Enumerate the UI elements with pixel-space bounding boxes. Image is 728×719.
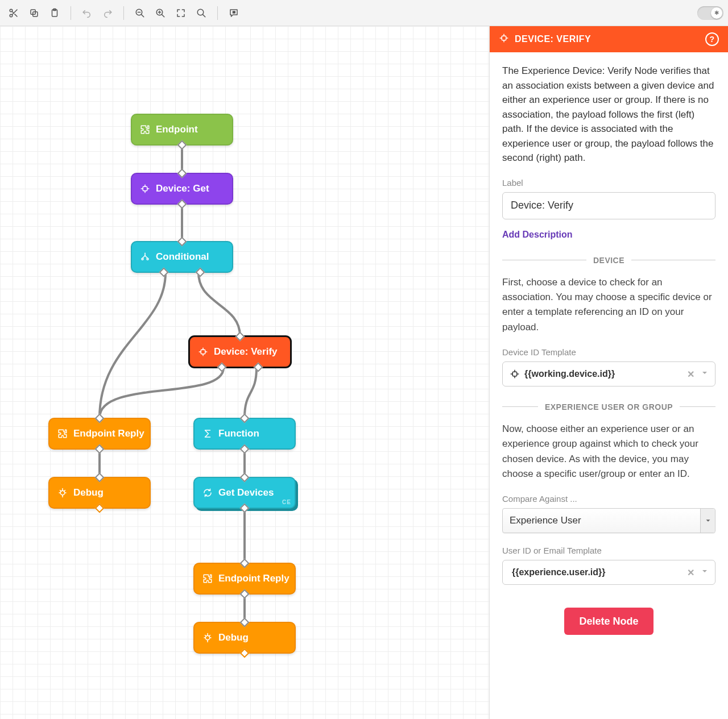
input-port[interactable] [240, 559, 250, 568]
output-port-false[interactable] [159, 268, 169, 277]
node-label: Function [218, 428, 259, 439]
panel-header: DEVICE: VERIFY ? [490, 26, 728, 52]
compare-against-value: Experience User [510, 515, 581, 526]
divider-line [631, 260, 715, 260]
help-button[interactable]: ? [705, 32, 719, 46]
cut-icon [9, 8, 19, 18]
refresh-icon [202, 488, 213, 498]
fit-button[interactable] [172, 4, 190, 22]
user-id-input[interactable]: {{experience.user.id}} ✕ [502, 560, 715, 585]
svg-rect-18 [233, 11, 234, 13]
compare-against-label: Compare Against ... [502, 494, 715, 504]
puzzle-icon [140, 124, 150, 135]
input-port[interactable] [240, 618, 250, 627]
delete-node-button[interactable]: Delete Node [564, 608, 653, 635]
redo-icon [102, 8, 113, 18]
cut-button[interactable] [5, 4, 23, 22]
flow-canvas[interactable]: Endpoint Device: Get Conditional Device:… [0, 26, 489, 719]
comment-icon [229, 8, 239, 18]
label-field-label: Label [502, 178, 715, 188]
delete-wrap: Delete Node [502, 608, 715, 635]
compare-against-select[interactable]: Experience User [502, 508, 715, 533]
output-port[interactable] [240, 589, 250, 599]
node-label: Endpoint Reply [73, 428, 144, 439]
node-function[interactable]: Function [193, 418, 296, 450]
user-id-value: {{experience.user.id}} [510, 567, 606, 577]
svg-rect-19 [234, 11, 235, 13]
svg-line-4 [12, 11, 14, 13]
svg-line-17 [202, 14, 205, 17]
copy-button[interactable] [25, 4, 43, 22]
undo-button[interactable] [78, 4, 96, 22]
svg-rect-27 [201, 350, 205, 354]
clear-icon[interactable]: ✕ [687, 567, 694, 578]
section-title: EXPERIENCE USER OR GROUP [545, 402, 673, 412]
comment-button[interactable] [225, 4, 243, 22]
clear-icon[interactable]: ✕ [687, 368, 694, 379]
expand-icon [176, 8, 186, 18]
debug-toggle[interactable]: ✱ [697, 6, 723, 20]
toolbar-separator [217, 6, 218, 20]
node-label: Endpoint [156, 124, 198, 135]
node-device-verify[interactable]: Device: Verify [189, 336, 291, 368]
node-label: Endpoint Reply [218, 573, 289, 584]
output-port-false[interactable] [217, 363, 227, 372]
input-port[interactable] [95, 414, 105, 423]
divider-line [502, 260, 586, 260]
svg-line-44 [205, 635, 206, 637]
zoom-in-button[interactable] [151, 4, 169, 22]
output-port[interactable] [240, 504, 250, 513]
node-endpoint-reply-1[interactable]: Endpoint Reply [48, 418, 151, 450]
node-label: Conditional [156, 251, 209, 263]
chip-icon [499, 33, 509, 45]
zoom-out-button[interactable] [131, 4, 149, 22]
output-port[interactable] [240, 649, 250, 658]
output-port[interactable] [177, 200, 187, 209]
divider-line [680, 406, 715, 407]
output-port[interactable] [95, 444, 105, 454]
panel-title: DEVICE: VERIFY [515, 34, 591, 44]
canvas-wrap: Endpoint Device: Get Conditional Device:… [0, 26, 489, 719]
output-port[interactable] [177, 140, 187, 150]
input-port[interactable] [240, 414, 250, 423]
chevron-down-icon[interactable] [700, 368, 709, 380]
device-id-input[interactable]: {{working.device.id}} ✕ [502, 361, 715, 386]
svg-point-26 [147, 258, 148, 260]
paste-icon [49, 8, 60, 18]
node-debug-1[interactable]: Debug [48, 477, 151, 509]
zoom-reset-button[interactable] [192, 4, 210, 22]
undo-icon [82, 8, 92, 18]
paste-button[interactable] [46, 4, 64, 22]
section-divider-device: DEVICE [502, 256, 715, 265]
input-port[interactable] [95, 473, 105, 483]
node-endpoint-reply-2[interactable]: Endpoint Reply [193, 563, 296, 595]
toolbar-separator [123, 6, 124, 20]
input-port[interactable] [177, 237, 187, 247]
output-port-true[interactable] [253, 363, 263, 372]
node-conditional[interactable]: Conditional [131, 241, 233, 273]
node-device-get[interactable]: Device: Get [131, 173, 233, 205]
input-port[interactable] [240, 473, 250, 483]
output-port[interactable] [95, 504, 105, 513]
label-input[interactable] [502, 192, 715, 219]
input-port[interactable] [235, 332, 245, 342]
svg-point-25 [142, 258, 143, 260]
reply-icon [57, 429, 68, 439]
redo-button[interactable] [98, 4, 117, 22]
toolbar-separator [71, 6, 71, 20]
panel-body: The Experience Device: Verify Node verif… [490, 52, 728, 652]
svg-line-10 [141, 14, 144, 17]
node-debug-2[interactable]: Debug [193, 622, 296, 654]
toggle-knob: ✱ [711, 7, 722, 19]
add-description-button[interactable]: Add Description [502, 230, 573, 240]
output-port[interactable] [240, 444, 250, 454]
node-get-devices[interactable]: Get Devices CE [193, 477, 296, 509]
section-title: DEVICE [593, 256, 624, 265]
reply-icon [202, 573, 213, 584]
output-port-true[interactable] [195, 268, 205, 277]
input-port[interactable] [177, 169, 187, 178]
chevron-down-icon[interactable] [700, 567, 709, 578]
properties-panel: DEVICE: VERIFY ? The Experience Device: … [489, 26, 728, 719]
node-label: Debug [218, 632, 249, 643]
node-endpoint[interactable]: Endpoint [131, 114, 233, 146]
